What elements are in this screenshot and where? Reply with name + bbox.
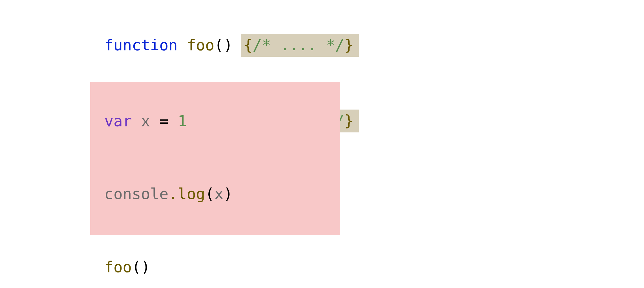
- fold-comment: /* .... */: [253, 36, 344, 54]
- brace-close: }: [344, 36, 354, 54]
- number-literal: 1: [178, 112, 187, 130]
- space: [178, 36, 187, 54]
- identifier-x: x: [141, 112, 150, 130]
- parens: (): [132, 258, 150, 276]
- argument-x: x: [214, 185, 224, 203]
- code-snippet: function foo() {/* .... */} function bar…: [0, 0, 644, 151]
- keyword-function: function: [104, 36, 178, 54]
- brace-close: }: [344, 112, 354, 130]
- space: [150, 112, 160, 130]
- code-line-4: console.log(x): [104, 167, 326, 221]
- space: [169, 112, 178, 130]
- identifier-console: console: [104, 185, 169, 203]
- space: [132, 112, 141, 130]
- dot: .: [169, 185, 178, 203]
- code-line-3: var x = 1: [104, 94, 326, 149]
- highlighted-block: var x = 1 console.log(x) foo(): [90, 82, 340, 235]
- operator-assign: =: [159, 112, 169, 130]
- keyword-var: var: [104, 112, 132, 130]
- function-name-foo: foo: [187, 36, 215, 54]
- code-line-1: function foo() {/* .... */}: [104, 16, 644, 75]
- call-foo: foo: [104, 258, 132, 276]
- code-line-5: foo(): [104, 240, 326, 288]
- folded-block[interactable]: {/* .... */}: [241, 34, 359, 57]
- parens: (): [214, 36, 233, 54]
- paren-open: (: [205, 185, 215, 203]
- method-log: log: [178, 185, 205, 203]
- paren-close: ): [224, 185, 233, 203]
- brace-open: {: [244, 36, 253, 54]
